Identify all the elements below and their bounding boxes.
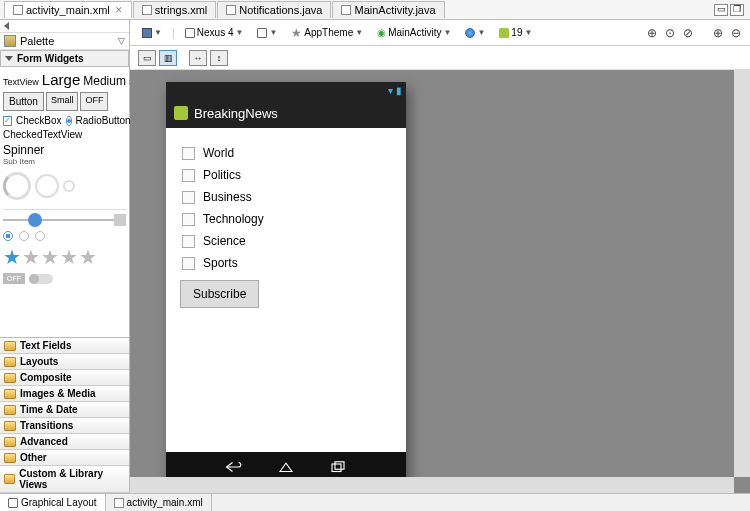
radio-icon[interactable] [66, 116, 72, 126]
star-icon: ★ [60, 247, 78, 267]
locale-selector[interactable]: ▼ [461, 26, 489, 40]
xml-icon [13, 5, 23, 15]
section-form-widgets[interactable]: Form Widgets [0, 50, 129, 67]
folder-icon [4, 357, 16, 367]
folder-time-date[interactable]: Time & Date [0, 402, 129, 418]
folder-icon [4, 453, 16, 463]
list-item[interactable]: Sports [180, 252, 392, 274]
maximize-button[interactable]: ❐ [730, 4, 744, 16]
zoom-fit-icon[interactable]: ⊕ [646, 26, 658, 40]
folder-icon [4, 373, 16, 383]
disk-icon [142, 28, 152, 38]
save-dropdown[interactable]: ▼ [138, 26, 166, 40]
layout-mode-2[interactable]: ▥ [159, 50, 177, 66]
progress-widgets[interactable] [3, 166, 126, 206]
recents-icon[interactable] [329, 460, 347, 474]
folder-label: Text Fields [20, 340, 72, 351]
orientation-selector[interactable]: ▼ [253, 26, 281, 40]
seekbar-widget[interactable] [3, 213, 126, 227]
radio-off-icon [35, 231, 45, 241]
small-button-widget[interactable]: Small [46, 92, 79, 111]
zoom-in-icon[interactable]: ⊕ [712, 26, 724, 40]
device-label: Nexus 4 [197, 27, 234, 38]
progress-small-icon [63, 180, 75, 192]
radio-label: RadioButton [76, 115, 131, 126]
graphical-layout-tab[interactable]: Graphical Layout [0, 494, 106, 511]
folder-label: Advanced [20, 436, 68, 447]
device-selector[interactable]: Nexus 4▼ [181, 25, 248, 40]
checkbox-icon[interactable]: ✓ [3, 116, 12, 126]
list-item[interactable]: Technology [180, 208, 392, 230]
checkedtextview-widget[interactable]: CheckedTextView [3, 128, 126, 141]
back-icon[interactable] [225, 460, 243, 474]
toggle-widgets[interactable]: OFF [3, 269, 126, 288]
scrollbar-horizontal[interactable] [130, 477, 734, 493]
scrollbar-vertical[interactable] [734, 70, 750, 477]
folder-custom-library[interactable]: Custom & Library Views [0, 466, 129, 493]
expand-icon [5, 56, 13, 61]
progress-large-icon [3, 172, 31, 200]
textview-sizes[interactable]: TextView Large Medium Small [3, 69, 126, 90]
folder-icon [4, 341, 16, 351]
home-icon[interactable] [277, 460, 295, 474]
checkbox-label: CheckBox [16, 115, 62, 126]
tab-mainactivity[interactable]: MainActivity.java [332, 1, 444, 18]
folder-other[interactable]: Other [0, 450, 129, 466]
folder-layouts[interactable]: Layouts [0, 354, 129, 370]
close-icon[interactable]: ✕ [115, 5, 123, 15]
folder-composite[interactable]: Composite [0, 370, 129, 386]
minimize-button[interactable]: ▭ [714, 4, 728, 16]
folder-label: Custom & Library Views [19, 468, 125, 490]
list-item[interactable]: Politics [180, 164, 392, 186]
checkbox-radio-row: ✓ CheckBox RadioButton [3, 113, 126, 128]
folder-images-media[interactable]: Images & Media [0, 386, 129, 402]
sidebar-back[interactable] [0, 20, 129, 33]
app-icon [174, 106, 188, 120]
list-item[interactable]: World [180, 142, 392, 164]
folder-text-fields[interactable]: Text Fields [0, 338, 129, 354]
folder-label: Other [20, 452, 47, 463]
svg-rect-1 [335, 462, 344, 470]
chevron-down-icon: ▽ [118, 36, 125, 46]
folder-advanced[interactable]: Advanced [0, 434, 129, 450]
section-label: Form Widgets [17, 53, 84, 64]
folder-transitions[interactable]: Transitions [0, 418, 129, 434]
tab-notifications[interactable]: Notifications.java [217, 1, 331, 18]
zoom-out-icon[interactable]: ⊖ [730, 26, 742, 40]
canvas-viewport[interactable]: ▾ ▮ BreakingNews World Politics Business… [130, 70, 750, 493]
activity-selector[interactable]: ◉MainActivity▼ [373, 25, 455, 40]
radio-on-icon [3, 231, 13, 241]
spinner-widget[interactable]: Spinner [3, 141, 126, 157]
xml-source-tab[interactable]: activity_main.xml [106, 494, 212, 511]
palette-folders: Text Fields Layouts Composite Images & M… [0, 337, 129, 493]
api-selector[interactable]: 19▼ [495, 25, 536, 40]
item-label: Politics [203, 168, 241, 182]
zoom-reset-icon[interactable]: ⊙ [664, 26, 676, 40]
radio-off-icon [19, 231, 29, 241]
radio-group-widget[interactable] [3, 227, 126, 245]
tab-strings[interactable]: strings.xml [133, 1, 217, 18]
layout-icon [8, 498, 18, 508]
java-icon [341, 5, 351, 15]
activity-label: MainActivity [388, 27, 441, 38]
theme-selector[interactable]: ★AppTheme▼ [287, 24, 367, 42]
palette-selector[interactable]: Palette ▽ [0, 33, 129, 50]
app-bar: BreakingNews [166, 98, 406, 128]
layout-mode-1[interactable]: ▭ [138, 50, 156, 66]
ratingbar-widget[interactable]: ★ ★ ★ ★ ★ [3, 245, 126, 269]
subscribe-button[interactable]: Subscribe [180, 280, 259, 308]
item-label: Science [203, 234, 246, 248]
theme-label: AppTheme [304, 27, 353, 38]
button-widget[interactable]: Button [3, 92, 44, 111]
layout-mode-3[interactable]: ↔ [189, 50, 207, 66]
app-body: World Politics Business Technology Scien… [166, 128, 406, 452]
zoom-actual-icon[interactable]: ⊘ [682, 26, 694, 40]
checkbox-icon [182, 213, 195, 226]
tab-activity-main[interactable]: activity_main.xml✕ [4, 1, 132, 18]
toggle-off-label: OFF [3, 273, 25, 284]
list-item[interactable]: Business [180, 186, 392, 208]
medium-label: Medium [83, 74, 126, 88]
off-button-widget[interactable]: OFF [80, 92, 108, 111]
list-item[interactable]: Science [180, 230, 392, 252]
layout-mode-4[interactable]: ↕ [210, 50, 228, 66]
